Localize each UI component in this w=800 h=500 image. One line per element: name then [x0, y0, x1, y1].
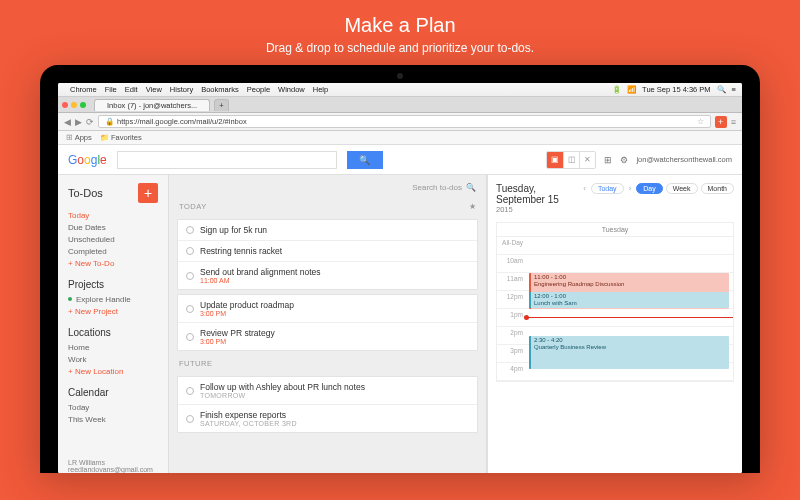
search-icon[interactable]: 🔍	[466, 183, 476, 192]
todo-item[interactable]: Follow up with Ashley about PR lunch not…	[178, 377, 477, 405]
hour-label: 2pm	[497, 327, 527, 344]
sidebar-item-project[interactable]: Explore Handle	[68, 293, 158, 305]
hero-title: Make a Plan	[266, 14, 534, 37]
today-group-label: TODAY	[179, 202, 207, 211]
menu-bookmarks[interactable]: Bookmarks	[201, 85, 239, 94]
extension-button[interactable]: +	[715, 116, 727, 128]
browser-tab[interactable]: Inbox (7) - jon@watchers...	[94, 99, 210, 111]
gmail-header: Google 🔍 ▣ ◫ ✕ ⊞ ⚙ jon@watchersonthewall…	[58, 145, 742, 175]
new-todo-link[interactable]: New To-Do	[68, 257, 158, 269]
apps-grid-icon[interactable]: ⊞	[604, 155, 612, 165]
todo-item[interactable]: Finish expense reportsSATURDAY, OCTOBER …	[178, 405, 477, 432]
settings-gear-icon[interactable]: ⚙	[620, 155, 628, 165]
next-button[interactable]: ›	[627, 184, 634, 193]
account-email[interactable]: jon@watchersonthewall.com	[636, 155, 732, 164]
sidebar-user[interactable]: LR Williams reedlandovans@gmail.com	[68, 459, 153, 473]
menu-window[interactable]: Window	[278, 85, 305, 94]
locations-heading: Locations	[68, 327, 158, 338]
checkbox[interactable]	[186, 333, 194, 341]
battery-icon: 🔋	[612, 85, 621, 94]
sidebar-item-today[interactable]: Today	[68, 209, 158, 221]
add-todo-button[interactable]: +	[138, 183, 158, 203]
hour-label: 4pm	[497, 363, 527, 380]
hero-subtitle: Drag & drop to schedule and prioritize y…	[266, 41, 534, 55]
calendar-grid[interactable]: Tuesday All-Day 10am11am12pm1pm2pm3pm4pm…	[496, 222, 734, 382]
checkbox[interactable]	[186, 305, 194, 313]
sidebar-item-home[interactable]: Home	[68, 341, 158, 353]
menu-history[interactable]: History	[170, 85, 193, 94]
now-indicator	[527, 317, 733, 318]
day-view-button[interactable]: Day	[636, 183, 662, 194]
macos-menubar: Chrome File Edit View History Bookmarks …	[58, 83, 742, 97]
notifications-icon[interactable]: ≡	[732, 85, 736, 94]
google-logo[interactable]: Google	[68, 153, 107, 167]
address-bar[interactable]: 🔒 https://mail.google.com/mail/u/2/#inbo…	[98, 115, 711, 128]
todo-item[interactable]: Review PR strategy3:00 PM	[178, 323, 477, 350]
checkbox[interactable]	[186, 415, 194, 423]
window-zoom[interactable]	[80, 102, 86, 108]
projects-heading: Projects	[68, 279, 158, 290]
week-view-button[interactable]: Week	[666, 183, 698, 194]
menu-people[interactable]: People	[247, 85, 270, 94]
lock-icon: 🔒	[105, 117, 114, 126]
browser-menu-icon[interactable]: ≡	[731, 117, 736, 127]
browser-toolbar: ◀ ▶ ⟳ 🔒 https://mail.google.com/mail/u/2…	[58, 113, 742, 131]
menu-edit[interactable]: Edit	[125, 85, 138, 94]
sidebar-item-cal-today[interactable]: Today	[68, 401, 158, 413]
favorites-folder[interactable]: 📁 Favorites	[100, 133, 142, 142]
todos-heading: To-Dos	[68, 187, 103, 199]
calendar-panel: Tuesday, September 15 2015 ‹ Today › Day…	[487, 175, 742, 473]
prev-button[interactable]: ‹	[581, 184, 588, 193]
todo-item[interactable]: Send out brand alignment notes11:00 AM	[178, 262, 477, 289]
sidebar-item-completed[interactable]: Completed	[68, 245, 158, 257]
calendar-event[interactable]: 2:30 - 4:20Quarterly Business Review	[529, 336, 729, 369]
bookmarks-bar: ⊞ Apps 📁 Favorites	[58, 131, 742, 145]
view-square-icon[interactable]: ▣	[547, 152, 563, 168]
menu-view[interactable]: View	[146, 85, 162, 94]
calendar-year: 2015	[496, 205, 581, 214]
sidebar-item-duedates[interactable]: Due Dates	[68, 221, 158, 233]
month-view-button[interactable]: Month	[701, 183, 734, 194]
menu-help[interactable]: Help	[313, 85, 328, 94]
menu-file[interactable]: File	[105, 85, 117, 94]
search-todos-input[interactable]: Search to-dos	[412, 183, 462, 192]
handle-view-toggle[interactable]: ▣ ◫ ✕	[546, 151, 596, 169]
calendar-heading: Calendar	[68, 387, 158, 398]
new-project-link[interactable]: New Project	[68, 305, 158, 317]
apps-shortcut[interactable]: ⊞ Apps	[66, 133, 92, 142]
sidebar-item-work[interactable]: Work	[68, 353, 158, 365]
bookmark-star-icon[interactable]: ☆	[697, 117, 704, 126]
checkbox[interactable]	[186, 387, 194, 395]
forward-button[interactable]: ▶	[75, 117, 82, 127]
new-location-link[interactable]: New Location	[68, 365, 158, 377]
checkbox[interactable]	[186, 272, 194, 280]
sidebar-item-unscheduled[interactable]: Unscheduled	[68, 233, 158, 245]
hour-label: All-Day	[497, 237, 527, 254]
sidebar: To-Dos + Today Due Dates Unscheduled Com…	[58, 175, 168, 473]
hour-label: 12pm	[497, 291, 527, 308]
spotlight-icon[interactable]: 🔍	[717, 85, 726, 94]
calendar-event[interactable]: 12:00 - 1:00Lunch with Sam	[529, 292, 729, 308]
view-close-icon[interactable]: ✕	[579, 152, 595, 168]
todo-item[interactable]: Sign up for 5k run	[178, 220, 477, 241]
reload-button[interactable]: ⟳	[86, 117, 94, 127]
today-button[interactable]: Today	[591, 183, 624, 194]
sidebar-item-cal-week[interactable]: This Week	[68, 413, 158, 425]
todo-item[interactable]: Restring tennis racket	[178, 241, 477, 262]
view-split-icon[interactable]: ◫	[563, 152, 579, 168]
checkbox[interactable]	[186, 247, 194, 255]
window-minimize[interactable]	[71, 102, 77, 108]
new-tab-button[interactable]: +	[214, 99, 228, 111]
menu-chrome[interactable]: Chrome	[70, 85, 97, 94]
hour-label: 11am	[497, 273, 527, 290]
day-header: Tuesday	[497, 223, 733, 237]
checkbox[interactable]	[186, 226, 194, 234]
todo-item[interactable]: Update product roadmap3:00 PM	[178, 295, 477, 323]
gmail-search-button[interactable]: 🔍	[347, 151, 383, 169]
todo-list-panel: Search to-dos 🔍 TODAY★ Sign up for 5k ru…	[168, 175, 487, 473]
star-icon[interactable]: ★	[469, 202, 477, 211]
back-button[interactable]: ◀	[64, 117, 71, 127]
todo-card: Update product roadmap3:00 PM Review PR …	[177, 294, 478, 351]
window-close[interactable]	[62, 102, 68, 108]
gmail-search-input[interactable]	[117, 151, 337, 169]
